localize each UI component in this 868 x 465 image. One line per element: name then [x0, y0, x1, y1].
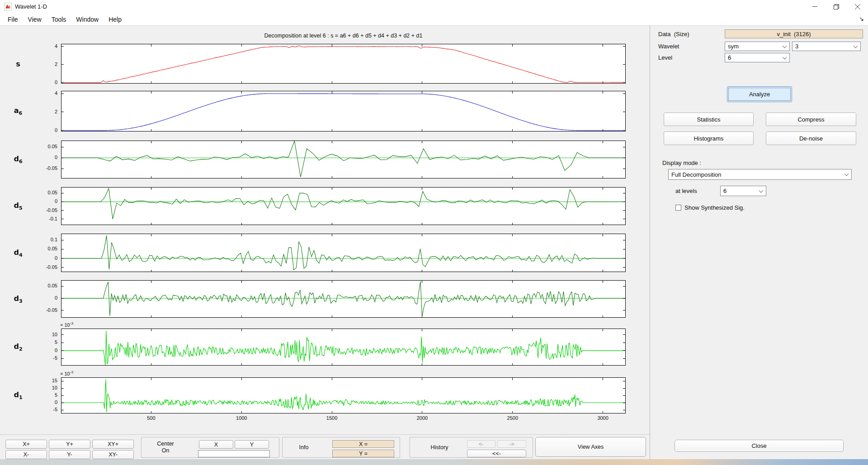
- subplot-row-d4: d4-0.0500.050.1: [61, 234, 626, 272]
- wavelet-family-value: sym: [728, 43, 739, 50]
- minimize-button[interactable]: [804, 0, 826, 13]
- analyze-button[interactable]: Analyze: [727, 86, 792, 102]
- x-tick-label: 3000: [590, 415, 617, 421]
- chevron-down-icon: [854, 43, 858, 48]
- restore-button[interactable]: [826, 0, 847, 13]
- title-bar: Wavelet 1-D: [0, 0, 868, 13]
- y-tick-label: -5: [27, 355, 57, 361]
- x-tick-label: 1000: [228, 415, 255, 421]
- chevron-down-icon: [783, 43, 787, 48]
- subplot-axes-d1[interactable]: [61, 377, 626, 413]
- show-synthesized-checkbox[interactable]: [675, 205, 681, 211]
- x-tick-label: 1500: [318, 415, 345, 421]
- level-select[interactable]: 6: [725, 53, 790, 62]
- minimize-icon: [812, 4, 817, 9]
- x-tick-label: 500: [137, 415, 165, 421]
- axis-exponent-label: × 10-3: [60, 370, 73, 376]
- subplot-row-d6: d6-0.0500.05: [61, 141, 626, 178]
- at-levels-select[interactable]: 6: [720, 186, 766, 196]
- data-size-label: Data (Size): [658, 31, 689, 38]
- y-tick-label: 0.05: [27, 283, 57, 288]
- wavelet-number-value: 3: [795, 43, 798, 50]
- y-tick-label: 5: [27, 339, 57, 345]
- view-axes-button[interactable]: View Axes: [535, 437, 646, 457]
- desktop-edge-strip: [0, 459, 868, 465]
- history-group: History <- -> <<-: [410, 437, 533, 458]
- menu-file[interactable]: File: [3, 16, 23, 23]
- center-on-label: Center On: [145, 441, 186, 454]
- display-mode-value: Full Decomposition: [671, 171, 722, 178]
- info-y-field: Y =: [332, 450, 394, 457]
- y-tick-label: 0: [27, 80, 57, 85]
- zoom-xy-minus-button[interactable]: XY-: [92, 450, 134, 459]
- y-tick-label: 0: [27, 198, 57, 204]
- bottom-toolbar: X+ Y+ XY+ X- Y- XY- Center On X Y Info X…: [0, 434, 650, 459]
- y-tick-label: 10: [27, 332, 57, 337]
- wavelet-family-select[interactable]: sym: [725, 42, 790, 51]
- zoom-y-minus-button[interactable]: Y-: [49, 450, 90, 459]
- plot-panel: Decomposition at level 6 : s = a6 + d6 +…: [0, 26, 650, 459]
- info-label: Info: [288, 444, 320, 451]
- subplot-row-d2: d2-50510× 10-3: [61, 329, 626, 366]
- subplot-row-a6: a6024: [61, 91, 626, 132]
- display-mode-select[interactable]: Full Decomposition: [668, 169, 852, 180]
- dock-arrow-icon[interactable]: ↘: [859, 15, 864, 22]
- subplot-axes-d6[interactable]: [61, 141, 626, 178]
- y-tick-label: -0.1: [27, 216, 57, 221]
- subplot-axes-d4[interactable]: [61, 234, 626, 272]
- decomposition-title: Decomposition at level 6 : s = a6 + d6 +…: [61, 31, 626, 40]
- subplot-axes-d5[interactable]: [61, 187, 626, 225]
- zoom-x-plus-button[interactable]: X+: [5, 440, 47, 449]
- subplot-axes-s[interactable]: [61, 44, 626, 84]
- y-tick-label: 0: [27, 399, 57, 405]
- subplot-axes-d3[interactable]: [61, 280, 626, 318]
- subplot-row-d3: d3-0.0500.05: [61, 280, 626, 318]
- y-tick-label: -0.05: [27, 165, 57, 171]
- y-tick-label: 0: [27, 155, 57, 160]
- y-tick-label: 15: [27, 378, 57, 383]
- y-tick-label: 4: [27, 43, 57, 49]
- chevron-down-icon: [783, 55, 787, 59]
- y-tick-label: 0.1: [27, 237, 57, 242]
- y-tick-label: 4: [27, 90, 57, 96]
- center-x-button[interactable]: X: [199, 440, 233, 449]
- menu-tools[interactable]: Tools: [47, 16, 71, 23]
- show-synthesized-label: Show Synthesized Sig.: [684, 204, 745, 211]
- y-tick-label: -0.05: [27, 307, 57, 313]
- y-tick-label: 0: [27, 127, 57, 133]
- denoise-button[interactable]: De-noise: [766, 132, 856, 145]
- y-tick-label: 2: [27, 109, 57, 114]
- level-label: Level: [658, 54, 672, 61]
- subplot-axes-a6[interactable]: [61, 91, 626, 132]
- y-tick-label: 0.05: [27, 246, 57, 251]
- statistics-button[interactable]: Statistics: [664, 113, 754, 126]
- histograms-button[interactable]: Histograms: [664, 132, 754, 145]
- at-levels-label: at levels: [675, 188, 697, 194]
- menu-help[interactable]: Help: [104, 16, 127, 23]
- subplot-row-d5: d5-0.1-0.0500.05: [61, 187, 626, 225]
- subplot-row-s: s024: [61, 44, 626, 84]
- y-tick-label: 0.05: [27, 190, 57, 195]
- data-size-value: v_init (3126): [725, 29, 863, 38]
- history-next-button[interactable]: ->: [497, 440, 526, 448]
- wavelet-number-select[interactable]: 3: [792, 42, 861, 51]
- y-tick-label: 10: [27, 385, 57, 390]
- menu-view[interactable]: View: [23, 16, 47, 23]
- info-x-field: X =: [332, 440, 394, 448]
- zoom-xy-plus-button[interactable]: XY+: [92, 440, 134, 449]
- compress-button[interactable]: Compress: [766, 113, 856, 126]
- zoom-y-plus-button[interactable]: Y+: [49, 440, 90, 449]
- close-button[interactable]: Close: [675, 440, 844, 452]
- subplot-axes-d2[interactable]: [61, 329, 626, 366]
- center-y-button[interactable]: Y: [235, 440, 269, 449]
- zoom-x-minus-button[interactable]: X-: [5, 450, 47, 459]
- y-tick-label: 0.05: [27, 144, 57, 149]
- x-tick-label: 2000: [409, 415, 436, 421]
- menu-bar: File View Tools Window Help ↘: [0, 13, 868, 26]
- center-on-input[interactable]: [198, 450, 270, 457]
- window-title: Wavelet 1-D: [15, 3, 47, 10]
- menu-window[interactable]: Window: [71, 16, 104, 23]
- history-rewind-button[interactable]: <<-: [467, 450, 526, 457]
- close-window-button[interactable]: [847, 0, 868, 13]
- history-prev-button[interactable]: <-: [467, 440, 495, 448]
